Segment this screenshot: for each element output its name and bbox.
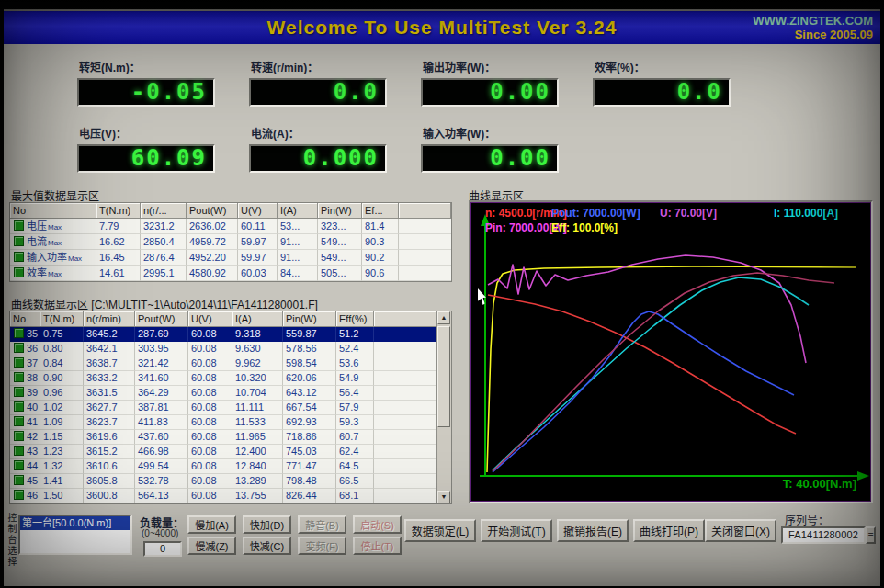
meter-label: 电压(V)： (79, 125, 249, 141)
scroll-down-icon[interactable]: ▼ (437, 491, 450, 503)
slow-add-button[interactable]: 慢加(A) (187, 515, 236, 534)
scrollbar-thumb[interactable] (437, 326, 450, 427)
meter-label: 输入功率(W)： (423, 125, 593, 141)
col-header: Pout(W) (135, 311, 188, 327)
serial-menu-button[interactable]: ☰ (866, 526, 876, 544)
curve-data-table: No T(N.m) n(r/min) Pout(W) U(V) I(A) Pin… (9, 311, 452, 504)
start-test-button[interactable]: 开始测试(T) (481, 519, 552, 542)
meter-panel: 转矩(N.m)： -0.05 转速(r/min)： 0.0 输出功率(W)： 0… (4, 44, 880, 187)
row-icon (14, 446, 24, 456)
led-display: 0.0 (249, 78, 387, 107)
table-scrollbar[interactable]: ▲ ▼ (436, 311, 451, 503)
curve-table-row[interactable]: 35 0.75 3645.2 287.69 60.08 9.318 559.87… (10, 327, 437, 342)
curve-table-row[interactable]: 46 1.50 3600.8 564.13 60.08 13.755 826.4… (10, 489, 437, 503)
fast-sub-button[interactable]: 快减(C) (243, 537, 291, 555)
legend-eff: Eff: 100.0[%] (551, 221, 618, 234)
col-header: n(r/min) (84, 311, 135, 327)
curve-table-row[interactable]: 38 0.90 3633.2 341.60 60.08 10.320 620.0… (10, 371, 437, 386)
led-display: 0.0 (593, 78, 731, 107)
scroll-up-icon[interactable]: ▲ (437, 311, 450, 324)
website-text: WWW.ZINGTEK.COM (753, 14, 873, 28)
fast-add-button[interactable]: 快加(D) (243, 515, 291, 534)
data-lock-button[interactable]: 数据锁定(L) (404, 519, 476, 542)
max-table-row[interactable]: 输入功率Max 16.45 2876.4 4952.20 59.97 91...… (10, 250, 451, 266)
meter: 电压(V)： 60.09 (77, 118, 249, 184)
print-curve-button[interactable]: 曲线打印(P) (633, 519, 705, 542)
led-display: 0.00 (421, 78, 559, 107)
row-icon (14, 475, 24, 485)
row-icon (14, 236, 24, 246)
curve-table-row[interactable]: 42 1.15 3619.6 437.60 60.08 11.965 718.8… (10, 430, 437, 445)
col-header-filler (374, 311, 437, 327)
plot-area (470, 202, 871, 502)
station-item[interactable]: 第一台[50.0.0(N.m)] (20, 516, 130, 530)
close-window-button[interactable]: 关闭窗口(X) (705, 519, 776, 542)
curve-table-title: 曲线数据显示区 [C:\MULTIT~1\Auto\2014\11\FA1411… (11, 296, 318, 311)
start-button[interactable]: 启动(S) (353, 515, 402, 534)
led-display: 0.00 (421, 144, 559, 173)
row-icon (14, 490, 24, 500)
vfd-button[interactable]: 变频(F) (298, 537, 346, 555)
col-header: No (10, 203, 96, 219)
max-table-row[interactable]: 电流Max 16.62 2850.4 4959.72 59.97 91... 5… (10, 234, 451, 250)
mute-button[interactable]: 静音(B) (298, 515, 346, 534)
row-icon (14, 220, 24, 231)
meter-label: 输出功率(W)： (423, 59, 593, 74)
curve-table-row[interactable]: 44 1.32 3610.6 499.54 60.08 12.840 771.4… (10, 459, 437, 474)
station-listbox[interactable]: 第一台[50.0.0(N.m)] (18, 514, 132, 555)
meter-label: 转速(r/min)： (251, 59, 421, 74)
curve-table-row[interactable]: 39 0.96 3631.5 364.29 60.08 10.704 643.1… (10, 386, 437, 401)
row-icon (14, 343, 24, 353)
curve-table-row[interactable]: 36 0.80 3642.1 303.95 60.08 9.630 578.56… (10, 342, 437, 356)
meter-label: 电流(A)： (251, 125, 421, 141)
meter-label: 效率(%)： (595, 59, 765, 74)
title-bar: Welcome To Use MultiTest Ver 3.24 WWW.ZI… (4, 11, 880, 44)
led-display: -0.05 (77, 78, 215, 107)
row-icon (14, 401, 24, 412)
load-range: (0~4000) (142, 528, 178, 538)
row-icon (14, 357, 24, 368)
max-section-title: 最大值数据显示区 (11, 187, 99, 203)
serial-label: 序列号： (785, 512, 829, 527)
max-table-row[interactable]: 效率Max 14.61 2995.1 4580.92 60.03 84... 5… (10, 266, 451, 281)
col-header: Ef... (362, 203, 399, 219)
curve-table-row[interactable]: 37 0.84 3638.7 321.42 60.08 9.962 598.54… (10, 356, 437, 371)
slow-sub-button[interactable]: 慢减(Z) (187, 537, 236, 555)
col-header: Pin(W) (318, 203, 362, 219)
meter: 转矩(N.m)： -0.05 (77, 51, 249, 118)
max-table-row[interactable]: 电压Max 7.79 3231.2 2636.02 60.11 53... 32… (10, 219, 451, 234)
row-icon (14, 387, 24, 397)
load-input[interactable]: 0 (143, 541, 182, 557)
meter: 效率(%)： 0.0 (593, 51, 765, 118)
serial-input[interactable]: FA1411280002 (781, 526, 866, 544)
row-icon (14, 328, 24, 338)
page-title: Welcome To Use MultiTest Ver 3.24 (4, 11, 880, 44)
curve-U (488, 255, 806, 363)
since-text: Since 2005.09 (753, 28, 873, 41)
console-select-label: 控制台选择 (5, 513, 17, 568)
multitest-window: Welcome To Use MultiTest Ver 3.24 WWW.ZI… (4, 9, 880, 586)
col-header: No (10, 311, 40, 327)
col-header: n(r/... (141, 203, 187, 219)
led-display: 0.000 (249, 144, 387, 173)
curve-table-row[interactable]: 40 1.02 3627.7 387.81 60.08 11.111 667.5… (10, 401, 437, 415)
meter: 输入功率(W)： 0.00 (421, 118, 593, 184)
row-icon (14, 416, 24, 426)
cancel-report-button[interactable]: 撤销报告(E) (557, 519, 629, 542)
meter-label: 转矩(N.m)： (79, 59, 249, 74)
col-header: T(N.m) (40, 311, 84, 327)
curve-Eff (487, 266, 856, 472)
col-header: U(V) (188, 311, 232, 327)
legend-pout: Pout: 7000.00[W] (551, 207, 640, 220)
curve-table-row[interactable]: 43 1.23 3615.2 466.98 60.08 12.400 745.0… (10, 445, 437, 459)
curve-I (493, 277, 809, 470)
col-header: U(V) (238, 203, 278, 219)
curve-chart: n: 4500.0[r/min] Pout: 7000.00[W] U: 70.… (469, 200, 873, 503)
stop-button[interactable]: 停止(T) (353, 537, 402, 555)
curve-table-row[interactable]: 41 1.09 3623.7 411.83 60.08 11.533 692.9… (10, 415, 437, 430)
col-header: I(A) (232, 311, 283, 327)
led-display: 60.09 (77, 144, 215, 173)
col-header: Pout(W) (187, 203, 238, 219)
curve-table-row[interactable]: 45 1.41 3605.8 532.78 60.08 13.289 798.4… (10, 474, 437, 489)
row-icon (14, 252, 24, 262)
